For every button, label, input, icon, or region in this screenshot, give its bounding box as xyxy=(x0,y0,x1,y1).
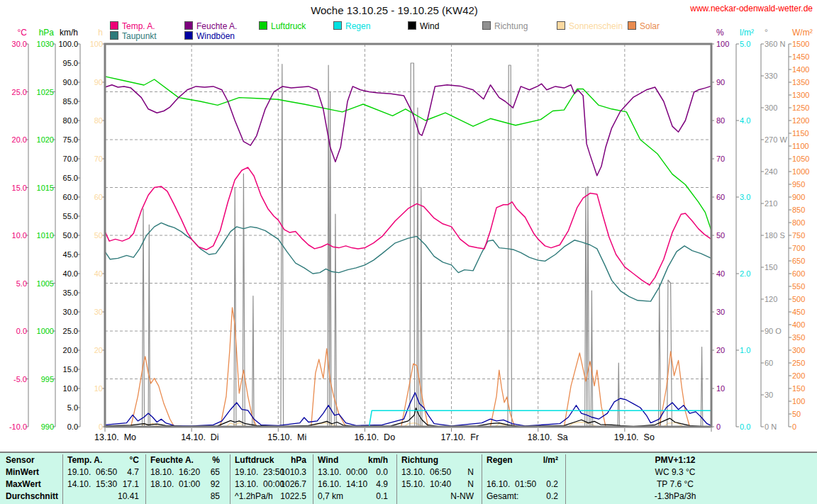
axis-unit-C: °C xyxy=(18,28,28,38)
svg-text:0.0: 0.0 xyxy=(740,422,750,431)
day-label: 15.10. Mi xyxy=(267,432,306,442)
series-regen xyxy=(105,410,711,427)
col-header: Wind xyxy=(318,455,338,465)
svg-text:1000: 1000 xyxy=(792,167,809,176)
svg-text:-10.0: -10.0 xyxy=(9,422,27,431)
col-value: 4.7 xyxy=(96,467,139,477)
axis-unit-kmh: km/h xyxy=(60,28,78,38)
svg-text:250: 250 xyxy=(792,359,805,367)
svg-text:400: 400 xyxy=(792,320,805,329)
svg-text:60: 60 xyxy=(716,193,725,201)
day-label: 19.10. So xyxy=(614,432,655,442)
svg-text:1450: 1450 xyxy=(792,52,809,61)
svg-text:0.0: 0.0 xyxy=(16,327,27,335)
svg-text:600: 600 xyxy=(792,269,805,278)
svg-text:4.0: 4.0 xyxy=(740,116,750,125)
col-value: 65 xyxy=(177,467,220,477)
svg-text:1300: 1300 xyxy=(792,91,809,99)
svg-text:2.0: 2.0 xyxy=(740,269,750,278)
svg-text:1050: 1050 xyxy=(792,155,809,163)
svg-text:450: 450 xyxy=(792,308,805,316)
svg-text:85.0: 85.0 xyxy=(63,97,78,106)
col-unit: l/m² xyxy=(516,455,558,465)
svg-text:20.0: 20.0 xyxy=(63,346,78,354)
col-value: 1010.3 xyxy=(264,467,306,477)
svg-text:1025: 1025 xyxy=(37,88,54,96)
svg-text:0 N: 0 N xyxy=(765,422,777,431)
svg-text:70.0: 70.0 xyxy=(63,155,78,163)
col-value: 4.9 xyxy=(345,479,388,489)
svg-text:100: 100 xyxy=(716,40,729,48)
col-value: 10.41 xyxy=(96,491,139,501)
col-value: 0.2 xyxy=(516,479,558,489)
col-value: N-NW xyxy=(431,491,474,501)
svg-text:-5.0: -5.0 xyxy=(13,375,27,383)
pmv-line: -1.3hPa/3h xyxy=(565,491,785,501)
svg-text:550: 550 xyxy=(792,282,805,291)
col-unit: °C xyxy=(96,455,139,465)
svg-text:1200: 1200 xyxy=(792,116,809,125)
svg-text:80: 80 xyxy=(94,116,103,125)
svg-text:90.0: 90.0 xyxy=(63,78,78,86)
table-separator xyxy=(230,454,230,504)
col-value: 0.1 xyxy=(345,491,388,501)
series-richtung xyxy=(105,63,711,427)
svg-text:120: 120 xyxy=(765,295,777,303)
col-value: N xyxy=(431,467,474,477)
svg-text:1005: 1005 xyxy=(37,279,54,288)
svg-text:1100: 1100 xyxy=(792,142,809,150)
stats-table: SensorMinWertMaxWertDurchschnittTemp. A.… xyxy=(0,452,817,504)
svg-text:1015: 1015 xyxy=(37,184,54,192)
svg-text:35.0: 35.0 xyxy=(63,289,78,297)
axis-kmh: 100.095.090.085.080.075.070.065.060.055.… xyxy=(58,28,80,431)
axis-pct: 1009080706050403020100% xyxy=(711,28,729,431)
svg-text:210: 210 xyxy=(765,199,777,208)
day-label: 17.10. Fr xyxy=(441,432,479,442)
axis-unit-h: h xyxy=(98,28,103,38)
svg-text:5.0: 5.0 xyxy=(67,403,78,412)
col-header: Richtung xyxy=(401,455,438,465)
col-header: Regen xyxy=(487,455,513,465)
series-temp-a- xyxy=(105,167,711,285)
col-datetime: Gesamt: xyxy=(487,491,518,501)
svg-text:20: 20 xyxy=(716,346,725,354)
svg-text:700: 700 xyxy=(792,244,805,252)
series-luftdruck xyxy=(105,77,711,230)
axis-unit-pct: % xyxy=(716,28,724,38)
col-value: 85 xyxy=(177,491,220,501)
table-separator xyxy=(313,454,313,504)
svg-text:40: 40 xyxy=(94,269,103,278)
svg-text:1000: 1000 xyxy=(37,327,54,335)
svg-text:40.0: 40.0 xyxy=(63,269,78,278)
svg-text:95.0: 95.0 xyxy=(63,59,78,67)
svg-text:30.0: 30.0 xyxy=(63,308,78,316)
svg-text:25.0: 25.0 xyxy=(12,88,27,96)
axis-unit-lm2: l/m² xyxy=(740,28,754,38)
svg-text:60: 60 xyxy=(765,359,773,367)
svg-text:80: 80 xyxy=(716,116,725,125)
col-value: 0.2 xyxy=(516,491,558,501)
svg-text:60.0: 60.0 xyxy=(63,193,78,201)
axis-hPa: 1030102510201015101010051000995990hPa xyxy=(37,28,55,431)
svg-text:45.0: 45.0 xyxy=(63,250,78,259)
svg-text:55.0: 55.0 xyxy=(63,212,78,220)
svg-text:70: 70 xyxy=(94,155,103,163)
svg-text:100: 100 xyxy=(792,397,805,405)
col-unit: hPa xyxy=(264,455,306,465)
svg-text:0: 0 xyxy=(99,422,103,431)
svg-text:20.0: 20.0 xyxy=(12,135,27,144)
col-unit: km/h xyxy=(345,455,388,465)
row-label: Sensor xyxy=(6,455,35,465)
svg-text:50: 50 xyxy=(94,231,103,240)
svg-text:25.0: 25.0 xyxy=(63,327,78,335)
svg-text:850: 850 xyxy=(792,206,805,214)
col-value: N xyxy=(431,479,474,489)
axis-wm2: 1500145014001350130012501200115011001050… xyxy=(789,28,813,431)
svg-text:180 S: 180 S xyxy=(765,231,785,240)
svg-text:1500: 1500 xyxy=(792,40,809,48)
svg-text:10.0: 10.0 xyxy=(12,231,27,240)
svg-text:10.0: 10.0 xyxy=(63,384,78,393)
table-separator xyxy=(145,454,146,504)
axis-h: 1009080706050403020100h xyxy=(90,28,105,431)
svg-text:30.0: 30.0 xyxy=(12,40,27,48)
